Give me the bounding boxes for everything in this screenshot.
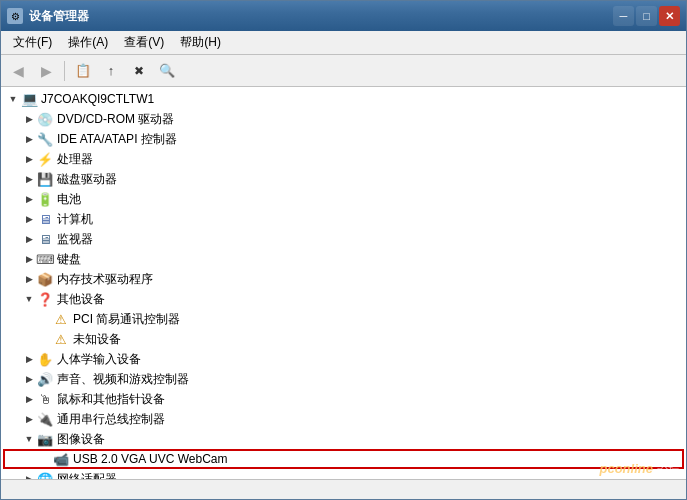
icon-imaging: 📷: [37, 431, 53, 447]
expand-icon-network: ▶: [21, 471, 37, 479]
tree-item-diskdrive[interactable]: ▶ 💾 磁盘驱动器: [3, 169, 684, 189]
close-button[interactable]: ✕: [659, 6, 680, 26]
tree-item-ide[interactable]: ▶ 🔧 IDE ATA/ATAPI 控制器: [3, 129, 684, 149]
toolbar: ◀ ▶ 📋 ↑ ✖ 🔍: [1, 55, 686, 87]
expand-icon-webcam: [37, 451, 53, 467]
icon-monitor: 🖥: [37, 231, 53, 247]
tree-item-unknown[interactable]: ⚠ 未知设备: [3, 329, 684, 349]
maximize-button[interactable]: □: [636, 6, 657, 26]
label-comport: 通用串行总线控制器: [57, 411, 165, 428]
expand-icon: ▼: [5, 91, 21, 107]
title-bar-left: ⚙ 设备管理器: [7, 8, 89, 25]
tree-item-webcam[interactable]: 📹 USB 2.0 VGA UVC WebCam: [3, 449, 684, 469]
expand-icon-other: ▼: [21, 291, 37, 307]
tree-item-mouse[interactable]: ▶ 🖱 鼠标和其他指针设备: [3, 389, 684, 409]
icon-sound: 🔊: [37, 371, 53, 387]
minimize-button[interactable]: ─: [613, 6, 634, 26]
icon-mouse: 🖱: [37, 391, 53, 407]
expand-icon-monitor: ▶: [21, 231, 37, 247]
icon-webcam: 📹: [53, 451, 69, 467]
expand-icon-memory: ▶: [21, 271, 37, 287]
tree-item-cpu[interactable]: ▶ ⚡ 处理器: [3, 149, 684, 169]
label-network: 网络适配器: [57, 471, 117, 480]
tree-item-network[interactable]: ▶ 🌐 网络适配器: [3, 469, 684, 479]
label-memory: 内存技术驱动程序: [57, 271, 153, 288]
tree-item-imaging[interactable]: ▼ 📷 图像设备: [3, 429, 684, 449]
device-tree[interactable]: ▼ 💻 J7COAKQI9CTLTW1 ▶ 💿 DVD/CD-ROM 驱动器 ▶…: [1, 87, 686, 479]
update-driver-button[interactable]: ↑: [98, 58, 124, 84]
menu-help[interactable]: 帮助(H): [172, 32, 229, 53]
window-title: 设备管理器: [29, 8, 89, 25]
label-diskdrive: 磁盘驱动器: [57, 171, 117, 188]
tree-item-hid[interactable]: ▶ ✋ 人体学输入设备: [3, 349, 684, 369]
label-dvd: DVD/CD-ROM 驱动器: [57, 111, 174, 128]
expand-icon-computer: ▶: [21, 211, 37, 227]
expand-icon-dvd: ▶: [21, 111, 37, 127]
root-label: J7COAKQI9CTLTW1: [41, 92, 154, 106]
menu-action[interactable]: 操作(A): [60, 32, 116, 53]
expand-icon-hid: ▶: [21, 351, 37, 367]
label-monitor: 监视器: [57, 231, 93, 248]
label-computer: 计算机: [57, 211, 93, 228]
status-bar: [1, 479, 686, 499]
expand-icon-sound: ▶: [21, 371, 37, 387]
icon-cpu: ⚡: [37, 151, 53, 167]
label-webcam: USB 2.0 VGA UVC WebCam: [73, 452, 228, 466]
tree-item-other[interactable]: ▼ ❓ 其他设备: [3, 289, 684, 309]
label-keyboard: 键盘: [57, 251, 81, 268]
tree-item-comport[interactable]: ▶ 🔌 通用串行总线控制器: [3, 409, 684, 429]
back-button[interactable]: ◀: [5, 58, 31, 84]
menu-bar: 文件(F) 操作(A) 查看(V) 帮助(H): [1, 31, 686, 55]
icon-computer: 🖥: [37, 211, 53, 227]
icon-comport: 🔌: [37, 411, 53, 427]
expand-icon-diskdrive: ▶: [21, 171, 37, 187]
label-hid: 人体学输入设备: [57, 351, 141, 368]
expand-icon-mouse: ▶: [21, 391, 37, 407]
label-sound: 声音、视频和游戏控制器: [57, 371, 189, 388]
tree-item-keyboard[interactable]: ▶ ⌨ 键盘: [3, 249, 684, 269]
icon-ide: 🔧: [37, 131, 53, 147]
label-imaging: 图像设备: [57, 431, 105, 448]
tree-root[interactable]: ▼ 💻 J7COAKQI9CTLTW1: [3, 89, 684, 109]
title-buttons: ─ □ ✕: [613, 6, 680, 26]
icon-other: ❓: [37, 291, 53, 307]
icon-dvd: 💿: [37, 111, 53, 127]
title-bar: ⚙ 设备管理器 ─ □ ✕: [1, 1, 686, 31]
content-area: ▼ 💻 J7COAKQI9CTLTW1 ▶ 💿 DVD/CD-ROM 驱动器 ▶…: [1, 87, 686, 479]
label-other: 其他设备: [57, 291, 105, 308]
icon-hid: ✋: [37, 351, 53, 367]
icon-memory: 📦: [37, 271, 53, 287]
tree-item-monitor[interactable]: ▶ 🖥 监视器: [3, 229, 684, 249]
properties-button[interactable]: 📋: [70, 58, 96, 84]
menu-file[interactable]: 文件(F): [5, 32, 60, 53]
window-icon: ⚙: [7, 8, 23, 24]
label-battery: 电池: [57, 191, 81, 208]
icon-diskdrive: 💾: [37, 171, 53, 187]
tree-item-battery[interactable]: ▶ 🔋 电池: [3, 189, 684, 209]
root-icon: 💻: [21, 91, 37, 107]
expand-icon-cpu: ▶: [21, 151, 37, 167]
label-mouse: 鼠标和其他指针设备: [57, 391, 165, 408]
scan-button[interactable]: 🔍: [154, 58, 180, 84]
label-cpu: 处理器: [57, 151, 93, 168]
icon-unknown: ⚠: [53, 331, 69, 347]
icon-battery: 🔋: [37, 191, 53, 207]
expand-icon-imaging: ▼: [21, 431, 37, 447]
menu-view[interactable]: 查看(V): [116, 32, 172, 53]
uninstall-button[interactable]: ✖: [126, 58, 152, 84]
expand-icon-ide: ▶: [21, 131, 37, 147]
tree-item-pci[interactable]: ⚠ PCI 简易通讯控制器: [3, 309, 684, 329]
tree-item-computer[interactable]: ▶ 🖥 计算机: [3, 209, 684, 229]
tree-item-sound[interactable]: ▶ 🔊 声音、视频和游戏控制器: [3, 369, 684, 389]
tree-item-dvd[interactable]: ▶ 💿 DVD/CD-ROM 驱动器: [3, 109, 684, 129]
forward-button[interactable]: ▶: [33, 58, 59, 84]
tree-item-memory[interactable]: ▶ 📦 内存技术驱动程序: [3, 269, 684, 289]
icon-pci: ⚠: [53, 311, 69, 327]
toolbar-separator: [64, 61, 65, 81]
label-pci: PCI 简易通讯控制器: [73, 311, 180, 328]
label-ide: IDE ATA/ATAPI 控制器: [57, 131, 177, 148]
icon-keyboard: ⌨: [37, 251, 53, 267]
label-unknown: 未知设备: [73, 331, 121, 348]
expand-icon-unknown: [37, 331, 53, 347]
expand-icon-battery: ▶: [21, 191, 37, 207]
